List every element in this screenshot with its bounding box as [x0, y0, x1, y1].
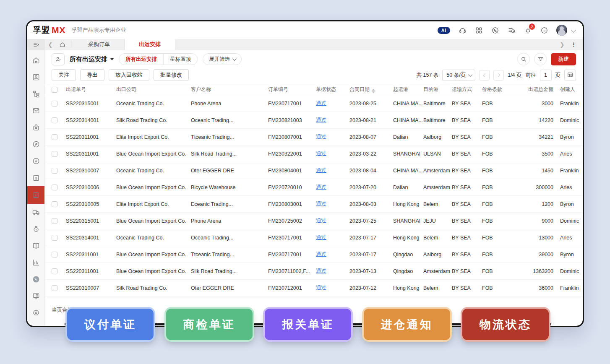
sidebar-item-whatsapp-icon[interactable] — [27, 271, 44, 288]
sidebar-item-logistics-truck-icon[interactable] — [27, 204, 44, 221]
row-checkbox[interactable] — [52, 201, 57, 207]
row-checkbox[interactable] — [52, 285, 57, 291]
collapse-sidebar-icon[interactable] — [27, 39, 45, 50]
sidebar-item-settings-icon[interactable] — [27, 304, 44, 321]
status-link[interactable]: 通过 — [316, 285, 326, 291]
flow-button-商检单证[interactable]: 商检单证 — [166, 309, 253, 340]
home-tab-icon[interactable] — [56, 39, 68, 50]
sidebar-item-compass-icon[interactable] — [27, 136, 44, 153]
flow-button-进仓通知[interactable]: 进仓通知 — [364, 309, 450, 340]
sidebar-item-home-icon[interactable] — [27, 52, 44, 69]
view-selector[interactable]: 所有出运安排 — [70, 55, 114, 63]
status-link[interactable]: 通过 — [316, 201, 326, 207]
pill-star-pinned[interactable]: 星标置顶 — [164, 54, 197, 65]
row-checkbox[interactable] — [52, 185, 57, 190]
cell-price-terms: FOB — [482, 268, 513, 274]
sort-icons[interactable] — [372, 89, 375, 93]
export-button[interactable]: 导出 — [80, 69, 104, 81]
pill-all-shipping[interactable]: 所有出运安排 — [119, 54, 164, 65]
table-row[interactable]: SS220310007Silk Road Trading Co.Oter EGG… — [45, 280, 583, 296]
status-link[interactable]: 通过 — [316, 218, 326, 224]
headset-support-icon[interactable] — [458, 26, 467, 34]
apps-grid-icon[interactable] — [474, 26, 483, 34]
row-checkbox[interactable] — [52, 252, 57, 257]
row-checkbox[interactable] — [52, 218, 57, 224]
column-config-icon[interactable] — [564, 70, 576, 81]
status-link[interactable]: 通过 — [316, 268, 326, 274]
sidebar-item-finance-icon[interactable]: ￥ — [27, 221, 44, 237]
person-filter-icon[interactable] — [52, 53, 65, 65]
batch-edit-button[interactable]: 批量修改 — [154, 69, 189, 81]
user-avatar[interactable] — [556, 25, 567, 36]
goto-page-input[interactable] — [540, 70, 552, 81]
page-size-select[interactable]: 50 条/页 — [442, 70, 475, 81]
flow-button-报关单证[interactable]: 报关单证 — [265, 309, 351, 340]
sidebar-item-orders-bag-icon[interactable] — [27, 119, 44, 136]
table-row[interactable]: SS220314001Silk Road Trading Co.Oceanic … — [45, 112, 583, 129]
status-link[interactable]: 通过 — [316, 167, 326, 173]
ai-assistant-button[interactable]: AI — [438, 27, 450, 34]
table-row[interactable]: SS220315001Blue Ocean Import Export Co.P… — [45, 213, 583, 229]
row-checkbox[interactable] — [52, 117, 57, 123]
sidebar-item-quote-clipboard-icon[interactable]: $ — [27, 169, 44, 186]
cell-transport-mode: BY SEA — [452, 201, 482, 207]
cell-order-no: FM230804001 — [268, 168, 316, 174]
table-body: SS220315001Oceanic Trading Co.Phone Aren… — [45, 95, 583, 296]
column-header-contract-date[interactable]: 合同日期 — [349, 86, 393, 93]
row-checkbox[interactable] — [52, 168, 57, 174]
table-row[interactable]: SS220314001Oceanic Trading Co.Oceanic Tr… — [45, 229, 583, 246]
table-row[interactable]: SS220311001Blue Ocean Import Export Co.T… — [45, 246, 583, 263]
expand-filter-button[interactable]: 展开筛选 — [203, 53, 242, 65]
new-record-button[interactable]: 新建 — [551, 53, 576, 65]
select-all-checkbox[interactable] — [52, 87, 57, 93]
table-row[interactable]: SS220315001Oceanic Trading Co.Phone Aren… — [45, 95, 583, 112]
more-menu-icon[interactable]: ⋮ — [569, 42, 579, 48]
search-icon[interactable] — [517, 53, 530, 65]
flow-button-议付单证[interactable]: 议付单证 — [67, 309, 154, 340]
next-page-button[interactable] — [493, 70, 504, 81]
nav-forward-icon[interactable]: ❯ — [557, 42, 568, 48]
nav-back-icon[interactable]: ❮ — [45, 39, 56, 50]
table-row[interactable]: SS220311001Elite Import Export Co.Ttcean… — [45, 129, 583, 146]
status-link[interactable]: 通过 — [316, 151, 326, 156]
table-row[interactable]: SS220310007Oceanic Trading Co.Oter EGGER… — [45, 162, 583, 179]
whatsapp-icon[interactable] — [491, 26, 499, 34]
table-row[interactable]: SS220311001Blue Ocean Import Export Co.S… — [45, 263, 583, 280]
tab-shipping-arrangement[interactable]: 出运安排 — [125, 39, 175, 50]
sidebar-item-display-icon[interactable] — [27, 288, 44, 304]
cell-order-no: FM230821003 — [268, 117, 316, 123]
row-checkbox[interactable] — [52, 134, 57, 140]
flow-button-物流状态[interactable]: 物流状态 — [462, 309, 549, 340]
recycle-bin-button[interactable]: 放入回收站 — [109, 69, 149, 81]
follow-button[interactable]: 关注 — [52, 69, 76, 81]
row-checkbox[interactable] — [52, 101, 57, 107]
status-link[interactable]: 通过 — [316, 117, 326, 123]
table-row[interactable]: SS220310005Elite Import Export Co.Eceani… — [45, 196, 583, 213]
row-checkbox[interactable] — [52, 235, 57, 241]
filter-funnel-icon[interactable] — [534, 53, 547, 65]
status-link[interactable]: 通过 — [316, 234, 326, 240]
task-history-icon[interactable] — [507, 26, 516, 34]
tab-purchase-orders[interactable]: 采购订单 — [74, 39, 125, 50]
status-link[interactable]: 通过 — [316, 184, 326, 190]
sidebar-item-org-chart-icon[interactable] — [27, 86, 44, 102]
chevron-down-icon[interactable] — [571, 28, 576, 32]
sidebar-item-circle-a-icon[interactable]: A — [27, 153, 44, 169]
sidebar-item-contacts-icon[interactable] — [27, 69, 44, 86]
notification-bell-icon[interactable]: 7 — [524, 26, 532, 34]
sidebar-item-reports-icon[interactable] — [27, 254, 44, 271]
row-checkbox[interactable] — [52, 151, 57, 157]
table-row[interactable]: SS220310006Blue Ocean Import Export Co.B… — [45, 179, 583, 196]
sidebar-item-mail-icon[interactable] — [27, 102, 44, 119]
status-link[interactable]: 通过 — [316, 134, 326, 140]
status-link[interactable]: 通过 — [316, 100, 326, 106]
table-row[interactable]: SS220311001Blue Ocean Import Export Co.S… — [45, 146, 583, 162]
sidebar-item-shipping-docs-icon[interactable] — [27, 186, 44, 204]
cell-port-of-destination: Aalborg — [423, 134, 452, 140]
prev-page-button[interactable] — [479, 70, 490, 81]
status-link[interactable]: 通过 — [316, 251, 326, 257]
row-checkbox[interactable] — [52, 268, 57, 274]
help-icon[interactable]: ? — [540, 26, 548, 34]
cell-creator: Dominic — [555, 218, 583, 224]
sidebar-item-ledger-icon[interactable] — [27, 237, 44, 254]
